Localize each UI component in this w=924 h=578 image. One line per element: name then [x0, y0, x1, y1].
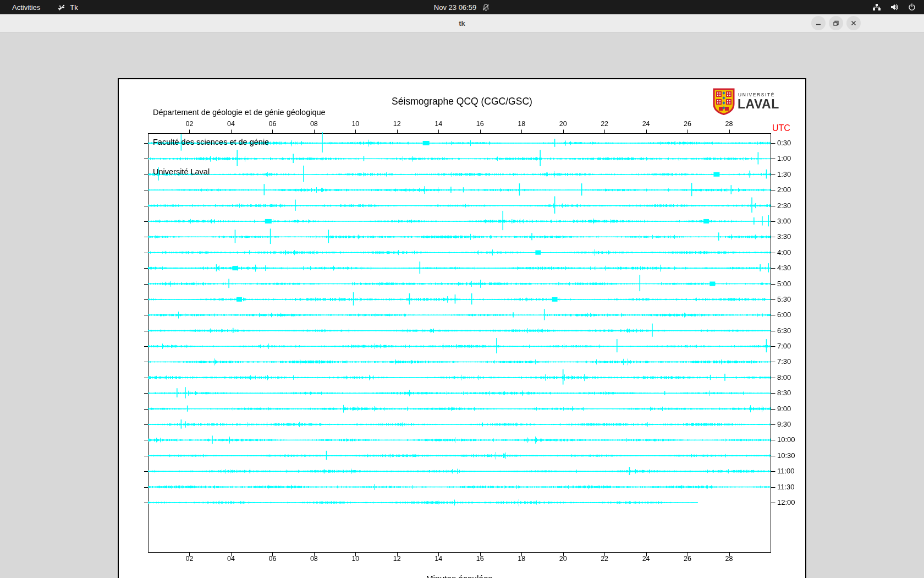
notifications-muted-icon [482, 3, 490, 12]
activities-button[interactable]: Activities [9, 2, 43, 13]
minimize-button[interactable] [811, 16, 826, 30]
institution-line: Université Laval [153, 167, 326, 177]
tk-app-indicator[interactable]: Tk [58, 3, 78, 12]
institution-line: Département de géologie et de génie géol… [153, 107, 326, 117]
seismograph-card: Département de géologie et de génie géol… [118, 78, 806, 578]
minimize-icon [815, 20, 822, 26]
maximize-icon [833, 20, 839, 26]
tk-app-icon [58, 3, 66, 12]
top-bar: Activities Tk Nov 23 06:59 [0, 0, 924, 14]
volume-icon [890, 3, 899, 12]
close-icon [850, 20, 857, 26]
close-button[interactable] [846, 16, 861, 30]
system-status-area[interactable] [872, 0, 924, 14]
clock-menu[interactable]: Nov 23 06:59 [0, 0, 924, 14]
window-titlebar[interactable]: tk [0, 14, 924, 32]
page-title: Séismographe QCQ (CGC/GSC) [119, 96, 805, 107]
network-icon [872, 3, 881, 12]
utc-axis-title: UTC [772, 123, 790, 133]
clock-label: Nov 23 06:59 [434, 3, 476, 12]
power-icon [908, 3, 916, 12]
window-title: tk [0, 14, 924, 32]
institution-line: Faculté des sciences et de génie [153, 137, 326, 147]
maximize-button[interactable] [829, 16, 843, 30]
tk-app-indicator-label: Tk [70, 3, 78, 12]
laval-shield-icon [713, 88, 735, 115]
x-axis-title: Minutes écoulées [148, 574, 771, 578]
window-body: Département de géologie et de génie géol… [0, 32, 924, 578]
logo-text-laval: LAVAL [738, 97, 779, 112]
universite-laval-logo: UNIVERSITÉ LAVAL [713, 88, 801, 116]
